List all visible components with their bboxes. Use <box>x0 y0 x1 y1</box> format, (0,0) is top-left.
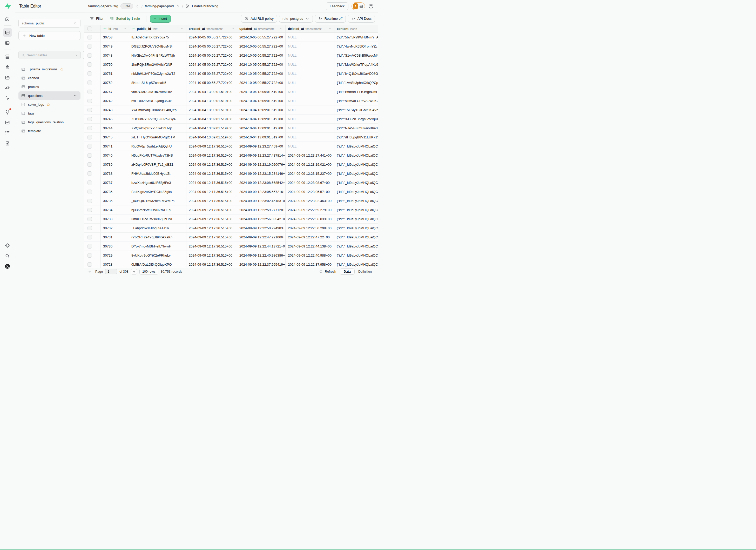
rail-item-database[interactable] <box>3 52 12 61</box>
cell-created_at[interactable]: 2024-09-09 12:17:36.515+00 <box>186 214 237 223</box>
cell-updated_at[interactable]: 2024-10-05 00:55:27.722+00 <box>237 51 286 60</box>
plan-badge[interactable]: Free <box>120 3 133 9</box>
cell-updated_at[interactable]: 2024-10-05 00:55:27.722+00 <box>237 60 286 69</box>
cell-public_id[interactable]: bzwXazHgax6UIR58j6Fn3 <box>129 178 186 187</box>
cell-id[interactable]: 30736 <box>101 187 129 196</box>
cell-deleted_at[interactable]: 2024-09-09 12:22:40.988+00 <box>286 251 334 260</box>
chevron-down-icon[interactable] <box>74 53 78 57</box>
column-header-updated_at[interactable]: updated_attimestamptz <box>237 25 286 32</box>
row-checkbox[interactable] <box>87 35 92 39</box>
row-select-cell[interactable] <box>84 42 101 51</box>
realtime-toggle-button[interactable]: Realtime off <box>315 15 346 23</box>
rail-item-advisors[interactable] <box>3 108 12 116</box>
cell-created_at[interactable]: 2024-09-09 12:17:36.515+00 <box>186 196 237 205</box>
cell-updated_at[interactable]: 2024-09-09 12:23:15.234146+00 <box>237 169 286 178</box>
row-checkbox[interactable] <box>87 71 92 76</box>
row-checkbox[interactable] <box>87 135 92 139</box>
cell-deleted_at[interactable]: NULL <box>286 115 334 123</box>
cell-updated_at[interactable]: 2024-10-04 13:09:01.519+00 <box>237 124 286 132</box>
cell-updated_at[interactable]: 2024-09-09 12:22:50.294983+00 <box>237 224 286 232</box>
sidebar-table-questions[interactable]: questions <box>18 91 80 100</box>
cell-deleted_at[interactable]: NULL <box>286 124 334 132</box>
cell-deleted_at[interactable]: NULL <box>286 133 334 142</box>
cell-public_id[interactable]: H5uqFKpRUTPkjxdysT3HS <box>129 151 186 160</box>
cell-created_at[interactable]: 2024-10-05 00:55:27.722+00 <box>186 60 237 69</box>
cell-id[interactable]: 30751 <box>101 69 129 78</box>
cell-content[interactable]: {"id":"4wyNgK55lOfrpmYZc <box>334 42 378 51</box>
cell-id[interactable]: 30747 <box>101 87 129 96</box>
cell-id[interactable]: 30743 <box>101 105 129 114</box>
row-checkbox[interactable] <box>87 162 92 167</box>
cell-created_at[interactable]: 2024-10-05 00:55:27.722+00 <box>186 78 237 87</box>
cell-updated_at[interactable]: 2024-09-09 12:22:47.221066+00 <box>237 233 286 242</box>
cell-created_at[interactable]: 2024-09-09 12:17:36.515+00 <box>186 224 237 232</box>
row-select-cell[interactable] <box>84 214 101 223</box>
row-checkbox[interactable] <box>87 144 92 149</box>
select-all-cell[interactable] <box>84 25 101 32</box>
row-select-cell[interactable] <box>84 78 101 87</box>
row-checkbox[interactable] <box>87 90 92 94</box>
cell-created_at[interactable]: 2024-09-09 12:17:36.515+00 <box>186 233 237 242</box>
cell-created_at[interactable]: 2024-10-05 00:55:27.722+00 <box>186 33 237 42</box>
cell-public_id[interactable]: _l40sQIRTmMZfcm-MWMPs <box>129 196 186 205</box>
cell-public_id[interactable]: IEfA0sRh9hIXf62Y6ga75 <box>129 33 186 42</box>
cell-deleted_at[interactable]: NULL <box>286 78 334 87</box>
cell-deleted_at[interactable]: 2024-09-09 12:22:50.298+00 <box>286 224 334 232</box>
cell-created_at[interactable]: 2024-10-05 00:55:27.722+00 <box>186 51 237 60</box>
cell-id[interactable]: 30750 <box>101 60 129 69</box>
schema-select[interactable]: schema: public <box>18 19 80 28</box>
cell-id[interactable]: 30745 <box>101 133 129 142</box>
row-select-cell[interactable] <box>84 169 101 178</box>
cell-updated_at[interactable]: 2024-10-04 13:09:01.519+00 <box>237 105 286 114</box>
page-number-input[interactable] <box>105 269 117 274</box>
row-select-cell[interactable] <box>84 124 101 132</box>
cell-deleted_at[interactable]: NULL <box>286 51 334 60</box>
rows-per-page-button[interactable]: 100 rows <box>139 269 158 274</box>
cell-created_at[interactable]: 2024-09-09 12:17:36.515+00 <box>186 160 237 169</box>
breadcrumb-project[interactable]: farming-paper-prod <box>145 4 174 8</box>
cell-content[interactable]: {"id":"_Id9aLyJpMHQLaiQC <box>334 178 378 187</box>
column-header-content[interactable]: contentjsonb <box>334 25 378 32</box>
cell-content[interactable]: {"id":"fvrQ1bXoJ6XaAD08G <box>334 69 378 78</box>
rail-item-settings[interactable] <box>3 241 12 250</box>
cell-deleted_at[interactable]: NULL <box>286 69 334 78</box>
cell-content[interactable]: {"id":"_Id9aLyJpMHQLaiQC <box>334 251 378 260</box>
cell-public_id[interactable]: nj336mN5reuRVNZrKHFpF <box>129 205 186 214</box>
cell-public_id[interactable]: YwEmuWdqT38XoSB048QYp <box>129 105 186 114</box>
cell-created_at[interactable]: 2024-09-09 12:17:36.515+00 <box>186 251 237 260</box>
row-checkbox[interactable] <box>87 99 92 103</box>
cell-content[interactable]: {"id":"_Id9aLyJpMHQLaiQC <box>334 196 378 205</box>
cell-public_id[interactable]: 1hnRQjxSRm2V0VticY2NF <box>129 60 186 69</box>
row-checkbox[interactable] <box>87 171 92 176</box>
cell-created_at[interactable]: 2024-09-09 12:17:36.515+00 <box>186 151 237 160</box>
row-checkbox[interactable] <box>87 180 92 185</box>
row-checkbox[interactable] <box>87 62 92 67</box>
cell-content[interactable]: {"id":"MeWCriorTPopA4Kc9 <box>334 60 378 69</box>
cell-id[interactable]: 30746 <box>101 115 129 123</box>
row-select-cell[interactable] <box>84 151 101 160</box>
table-options-icon[interactable] <box>74 93 78 98</box>
row-select-cell[interactable] <box>84 69 101 78</box>
cell-id[interactable]: 30729 <box>101 251 129 260</box>
cell-public_id[interactable]: nxFT002ISeRE-Qobg3K3k <box>129 96 186 105</box>
cell-content[interactable]: {"id":"_Id9aLyJpMHQLaiQC <box>334 151 378 160</box>
cell-created_at[interactable]: 2024-09-09 12:17:36.515+00 <box>186 205 237 214</box>
cell-public_id[interactable]: xrETI_HyGY0mPMGVqtOTM <box>129 133 186 142</box>
cell-id[interactable]: 30735 <box>101 196 129 205</box>
cell-deleted_at[interactable]: 2024-09-09 12:22:47.22+00 <box>286 233 334 242</box>
cell-content[interactable]: {"id":"_Id9aLyJpMHQLaiQC <box>334 187 378 196</box>
cell-content[interactable]: {"id":"rtHbLpgB8V11LUK715 <box>334 133 378 142</box>
cell-public_id[interactable]: zHDq4c0F0VBF_TL2_dBZ1 <box>129 160 186 169</box>
cell-updated_at[interactable]: 2024-09-09 12:23:27.459+00 <box>237 142 286 151</box>
row-select-cell[interactable] <box>84 133 101 142</box>
cell-deleted_at[interactable]: NULL <box>286 87 334 96</box>
column-header-deleted_at[interactable]: deleted_attimestamptz <box>286 25 334 32</box>
cell-updated_at[interactable]: 2024-10-05 00:55:27.722+00 <box>237 42 286 51</box>
cell-updated_at[interactable]: 2024-09-09 12:23:19.020076+00 <box>237 160 286 169</box>
cell-public_id[interactable]: _La6pddxcKJIbgufATJ1n <box>129 224 186 232</box>
cell-created_at[interactable]: 2024-09-09 12:17:36.515+00 <box>186 178 237 187</box>
cell-deleted_at[interactable]: NULL <box>286 60 334 69</box>
cell-id[interactable]: 30753 <box>101 33 129 42</box>
cell-updated_at[interactable]: 2024-10-04 13:09:01.519+00 <box>237 115 286 123</box>
cell-content[interactable]: {"id":"5b7j5Pz9WHBNmY_A <box>334 33 378 42</box>
